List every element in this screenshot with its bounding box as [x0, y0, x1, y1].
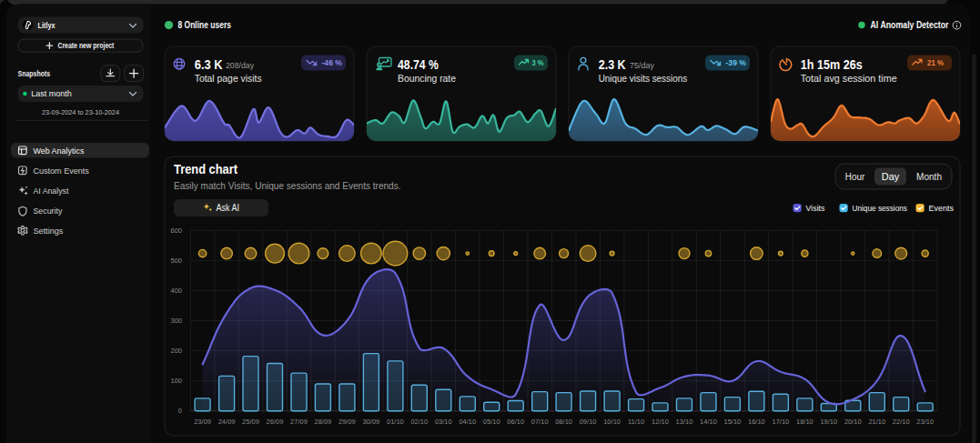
svg-text:07/10: 07/10: [531, 418, 549, 426]
svg-text:Events: Events: [929, 204, 955, 213]
svg-text:Ask AI: Ask AI: [217, 203, 240, 213]
svg-text:8 Online users: 8 Online users: [178, 20, 232, 30]
svg-text:06/10: 06/10: [507, 418, 524, 426]
svg-text:20/10: 20/10: [844, 418, 862, 426]
svg-text:-46 %: -46 %: [322, 58, 343, 67]
svg-text:08/10: 08/10: [555, 418, 572, 426]
svg-text:21 %: 21 %: [927, 58, 944, 67]
svg-text:400: 400: [170, 287, 182, 295]
svg-text:Snapshots: Snapshots: [18, 69, 51, 78]
svg-text:15/10: 15/10: [724, 418, 742, 426]
svg-text:1h 15m 26s: 1h 15m 26s: [801, 57, 863, 72]
svg-text:Settings: Settings: [33, 226, 63, 236]
svg-text:17/10: 17/10: [773, 418, 790, 426]
svg-text:05/10: 05/10: [483, 418, 500, 426]
svg-text:208/day: 208/day: [226, 61, 255, 70]
svg-text:09/10: 09/10: [580, 418, 597, 426]
svg-text:48.74 %: 48.74 %: [398, 57, 439, 72]
svg-text:300: 300: [170, 317, 182, 325]
svg-text:01/10: 01/10: [387, 418, 404, 426]
svg-text:10/10: 10/10: [603, 418, 621, 426]
svg-text:200: 200: [170, 347, 182, 355]
svg-text:28/09: 28/09: [315, 418, 332, 426]
svg-text:12/10: 12/10: [652, 418, 669, 426]
svg-text:04/10: 04/10: [459, 418, 476, 426]
svg-text:100: 100: [170, 377, 182, 385]
svg-text:23-09-2024 to 23-10-2024: 23-09-2024 to 23-10-2024: [42, 108, 119, 116]
svg-text:23/10: 23/10: [916, 418, 934, 426]
svg-text:26/09: 26/09: [267, 418, 284, 426]
svg-text:Bouncing rate: Bouncing rate: [398, 73, 456, 84]
svg-text:30/09: 30/09: [363, 418, 380, 426]
svg-text:02/10: 02/10: [410, 418, 428, 426]
svg-text:Total page visits: Total page visits: [195, 73, 262, 84]
svg-text:Web Analytics: Web Analytics: [33, 146, 84, 156]
svg-text:500: 500: [170, 257, 182, 265]
svg-text:24/09: 24/09: [218, 418, 236, 426]
svg-text:AI Anomaly Detector: AI Anomaly Detector: [871, 20, 949, 30]
svg-text:21/10: 21/10: [868, 418, 885, 426]
svg-text:Create new project: Create new project: [57, 41, 114, 50]
svg-text:0: 0: [178, 407, 182, 415]
svg-text:23/09: 23/09: [194, 418, 211, 426]
svg-text:Hour: Hour: [845, 172, 865, 182]
svg-text:Month: Month: [916, 172, 942, 182]
svg-text:Litlyx: Litlyx: [38, 21, 56, 30]
svg-text:Trend chart: Trend chart: [174, 162, 237, 176]
svg-text:19/10: 19/10: [820, 418, 837, 426]
svg-text:14/10: 14/10: [700, 418, 717, 426]
svg-text:Total avg session time: Total avg session time: [801, 73, 897, 84]
svg-text:Day: Day: [882, 172, 900, 182]
svg-text:11/10: 11/10: [628, 418, 644, 426]
svg-text:03/10: 03/10: [435, 418, 452, 426]
svg-text:18/10: 18/10: [796, 418, 813, 426]
svg-text:Last month: Last month: [31, 89, 71, 98]
svg-text:Easily match Visits, Unique se: Easily match Visits, Unique sessions and…: [174, 181, 401, 191]
svg-text:22/10: 22/10: [893, 418, 910, 426]
svg-text:Visits: Visits: [806, 204, 825, 213]
svg-text:16/10: 16/10: [748, 418, 765, 426]
svg-text:13/10: 13/10: [676, 418, 693, 426]
svg-text:Unique visits sessions: Unique visits sessions: [599, 73, 688, 84]
svg-text:Security: Security: [33, 206, 62, 216]
svg-text:27/09: 27/09: [290, 418, 308, 426]
svg-text:2.3 K: 2.3 K: [599, 57, 626, 72]
svg-text:25/09: 25/09: [242, 418, 259, 426]
svg-text:29/09: 29/09: [338, 418, 356, 426]
svg-text:Unique sessions: Unique sessions: [853, 204, 908, 213]
svg-text:600: 600: [170, 227, 182, 235]
svg-text:Custom Events: Custom Events: [33, 166, 89, 176]
svg-text:-39 %: -39 %: [726, 58, 747, 67]
svg-text:75/day: 75/day: [630, 61, 655, 70]
svg-text:6.3 K: 6.3 K: [195, 57, 223, 72]
svg-text:3 %: 3 %: [532, 58, 544, 67]
svg-text:AI Analyst: AI Analyst: [33, 186, 68, 196]
